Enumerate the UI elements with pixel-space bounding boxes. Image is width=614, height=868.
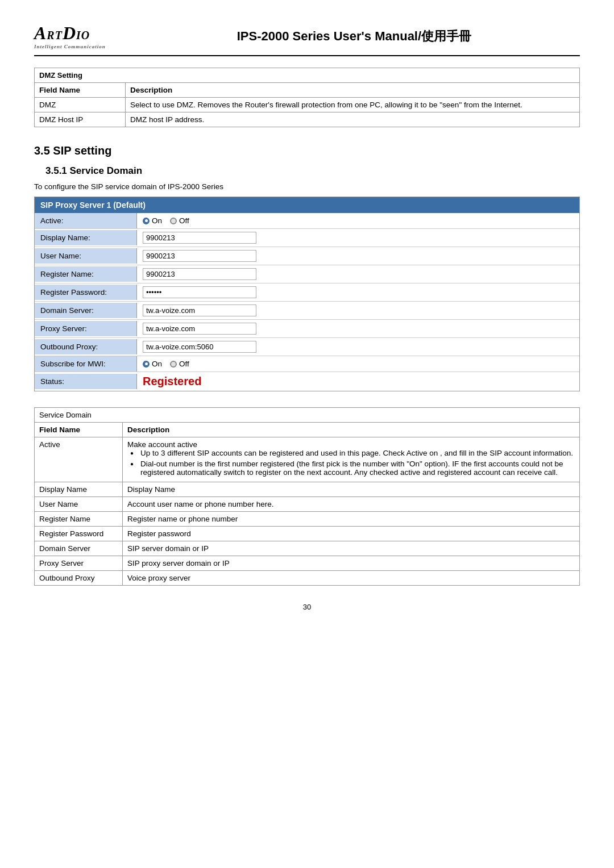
svc-section-header-row: Service Domain bbox=[35, 408, 580, 423]
sip-label-proxyserver: Proxy Server: bbox=[35, 321, 137, 336]
dmz-setting-table: DMZ Setting Field Name Description DMZ S… bbox=[34, 68, 580, 127]
sip-proxy-box: SIP Proxy Server 1 (Default) Active: On … bbox=[34, 197, 580, 391]
sip-row-proxyserver: Proxy Server: bbox=[35, 320, 579, 338]
svc-row-registername: Register Name Register name or phone num… bbox=[35, 512, 580, 527]
subsection-351-heading: 3.5.1 Service Domain bbox=[45, 165, 580, 177]
svc-field-domainserver: Domain Server bbox=[35, 541, 123, 556]
active-off-label: Off bbox=[179, 216, 189, 225]
sip-row-domainserver: Domain Server: bbox=[35, 302, 579, 320]
sip-label-domainserver: Domain Server: bbox=[35, 303, 137, 318]
svc-section-header: Service Domain bbox=[35, 408, 580, 423]
sip-label-registerpassword: Register Password: bbox=[35, 285, 137, 300]
mwi-dot-off bbox=[170, 361, 177, 368]
sip-value-mwi: On Off bbox=[137, 357, 579, 371]
page-header: ArtDio Intelligent Communication IPS-200… bbox=[34, 23, 580, 56]
svc-field-registername: Register Name bbox=[35, 512, 123, 527]
svc-field-active: Active bbox=[35, 437, 123, 482]
svc-field-displayname: Display Name bbox=[35, 482, 123, 497]
mwi-on-label: On bbox=[152, 360, 162, 368]
svc-desc-registerpassword: Register password bbox=[123, 527, 580, 541]
svc-desc-domainserver: SIP server domain or IP bbox=[123, 541, 580, 556]
sip-label-username: User Name: bbox=[35, 248, 137, 264]
svc-row-registerpassword: Register Password Register password bbox=[35, 527, 580, 541]
logo-area: ArtDio Intelligent Communication bbox=[34, 23, 106, 49]
dmz-desc-hostip: DMZ host IP address. bbox=[126, 112, 580, 127]
sip-label-outboundproxy: Outbound Proxy: bbox=[35, 339, 137, 354]
svc-active-bullets: Up to 3 different SIP accounts can be re… bbox=[127, 449, 575, 477]
svc-active-bullet-0: Up to 3 different SIP accounts can be re… bbox=[130, 449, 575, 457]
proxyserver-input[interactable] bbox=[143, 323, 256, 335]
svc-field-proxyserver: Proxy Server bbox=[35, 556, 123, 571]
mwi-dot-on bbox=[143, 361, 150, 368]
dmz-col-header-row: Field Name Description bbox=[35, 83, 580, 98]
sip-value-registername bbox=[137, 265, 579, 283]
sip-value-outboundproxy bbox=[137, 338, 579, 356]
svc-row-displayname: Display Name Display Name bbox=[35, 482, 580, 497]
sip-label-status: Status: bbox=[35, 374, 137, 389]
dmz-row-hostip: DMZ Host IP DMZ host IP address. bbox=[35, 112, 580, 127]
radio-dot-on bbox=[143, 218, 150, 224]
sip-value-displayname bbox=[137, 229, 579, 247]
svc-desc-registername: Register name or phone number bbox=[123, 512, 580, 527]
dmz-col-fieldname: Field Name bbox=[35, 83, 126, 98]
active-radio-group: On Off bbox=[143, 216, 574, 225]
username-input[interactable] bbox=[143, 250, 256, 262]
svc-col-description: Description bbox=[123, 423, 580, 437]
sip-row-displayname: Display Name: bbox=[35, 229, 579, 247]
svc-row-proxyserver: Proxy Server SIP proxy server domain or … bbox=[35, 556, 580, 571]
active-radio-on[interactable]: On bbox=[143, 216, 162, 225]
dmz-field-hostip: DMZ Host IP bbox=[35, 112, 126, 127]
dmz-section-header: DMZ Setting bbox=[35, 68, 580, 83]
displayname-input[interactable] bbox=[143, 232, 256, 244]
svc-active-bullet-1: Dial-out number is the first number regi… bbox=[130, 460, 575, 477]
svc-desc-displayname: Display Name bbox=[123, 482, 580, 497]
sip-value-active: On Off bbox=[137, 214, 579, 228]
svc-row-username: User Name Account user name or phone num… bbox=[35, 497, 580, 512]
page-title: IPS-2000 Series User's Manual/使用手冊 bbox=[128, 28, 580, 45]
svc-desc-active: Make account active Up to 3 different SI… bbox=[123, 437, 580, 482]
dmz-section-header-row: DMZ Setting bbox=[35, 68, 580, 83]
svc-desc-proxyserver: SIP proxy server domain or IP bbox=[123, 556, 580, 571]
sip-value-registerpassword bbox=[137, 283, 579, 301]
sip-row-outboundproxy: Outbound Proxy: bbox=[35, 338, 579, 356]
sip-label-registername: Register Name: bbox=[35, 266, 137, 282]
svc-row-domainserver: Domain Server SIP server domain or IP bbox=[35, 541, 580, 556]
svc-field-registerpassword: Register Password bbox=[35, 527, 123, 541]
svc-field-outboundproxy: Outbound Proxy bbox=[35, 571, 123, 586]
domainserver-input[interactable] bbox=[143, 304, 256, 316]
registerpassword-input[interactable] bbox=[143, 286, 256, 298]
status-registered-text: Registered bbox=[143, 375, 201, 387]
svc-col-fieldname: Field Name bbox=[35, 423, 123, 437]
sip-value-proxyserver bbox=[137, 320, 579, 337]
sip-value-domainserver bbox=[137, 302, 579, 319]
dmz-row-dmz: DMZ Select to use DMZ. Removes the Route… bbox=[35, 98, 580, 112]
radio-dot-off bbox=[170, 218, 177, 224]
svc-row-active: Active Make account active Up to 3 diffe… bbox=[35, 437, 580, 482]
sip-row-mwi: Subscribe for MWI: On Off bbox=[35, 356, 579, 372]
subsection-351-desc: To configure the SIP service domain of I… bbox=[34, 182, 580, 191]
mwi-radio-off[interactable]: Off bbox=[170, 360, 189, 368]
sip-proxy-title: SIP Proxy Server 1 (Default) bbox=[35, 197, 579, 213]
section-35-heading: 3.5 SIP setting bbox=[34, 144, 580, 157]
page-number: 30 bbox=[34, 603, 580, 611]
sip-label-mwi: Subscribe for MWI: bbox=[35, 356, 137, 372]
mwi-radio-on[interactable]: On bbox=[143, 360, 162, 368]
sip-row-registername: Register Name: bbox=[35, 265, 579, 283]
mwi-radio-group: On Off bbox=[143, 360, 574, 368]
svc-col-header-row: Field Name Description bbox=[35, 423, 580, 437]
svc-row-outboundproxy: Outbound Proxy Voice proxy server bbox=[35, 571, 580, 586]
dmz-field-dmz: DMZ bbox=[35, 98, 126, 112]
dmz-desc-dmz: Select to use DMZ. Removes the Router's … bbox=[126, 98, 580, 112]
logo-tagline: Intelligent Communication bbox=[34, 44, 106, 49]
registername-input[interactable] bbox=[143, 268, 256, 280]
svc-desc-outboundproxy: Voice proxy server bbox=[123, 571, 580, 586]
sip-label-active: Active: bbox=[35, 213, 137, 228]
outboundproxy-input[interactable] bbox=[143, 341, 256, 353]
sip-value-username bbox=[137, 247, 579, 265]
svc-field-username: User Name bbox=[35, 497, 123, 512]
logo: ArtDio Intelligent Communication bbox=[34, 23, 106, 49]
svc-desc-username: Account user name or phone number here. bbox=[123, 497, 580, 512]
active-radio-off[interactable]: Off bbox=[170, 216, 189, 225]
active-on-label: On bbox=[152, 216, 162, 225]
service-domain-table: Service Domain Field Name Description Ac… bbox=[34, 407, 580, 586]
